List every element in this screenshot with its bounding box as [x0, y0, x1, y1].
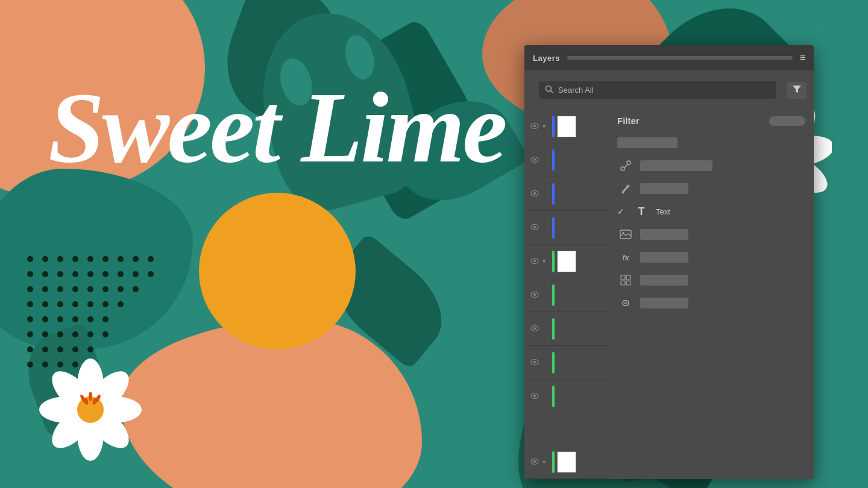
layer-color-bar: [552, 284, 555, 306]
svg-point-41: [57, 331, 63, 337]
filter-text-label: Text: [656, 207, 670, 216]
eye-icon[interactable]: [529, 457, 540, 466]
svg-rect-113: [620, 230, 631, 239]
chevron-icon[interactable]: ▾: [542, 458, 550, 465]
main-title: Sweet Lime: [48, 84, 505, 170]
layer-row[interactable]: ▾: [524, 445, 609, 479]
svg-point-16: [133, 271, 139, 277]
filter-header: Filter: [617, 116, 805, 126]
layers-panel: Layers ≡ Search All: [524, 45, 814, 479]
eye-icon[interactable]: [529, 290, 540, 299]
svg-point-93: [533, 158, 536, 161]
layer-row[interactable]: [524, 211, 609, 245]
chevron-icon[interactable]: ▾: [542, 258, 550, 264]
svg-point-34: [42, 316, 48, 322]
path-icon: [617, 157, 634, 174]
layer-thumbnail: [557, 451, 576, 473]
adjustment-icon: [617, 272, 634, 289]
bottom-layer-row: ▾: [524, 445, 609, 479]
layer-thumbnail: [557, 116, 576, 137]
svg-point-45: [27, 346, 33, 352]
filter-row-shape[interactable]: [617, 132, 805, 154]
filter-row-effects[interactable]: fx: [617, 246, 805, 268]
svg-point-49: [87, 346, 93, 352]
effects-icon: fx: [617, 249, 634, 266]
filter-row-text[interactable]: ✓ T Text: [617, 201, 805, 222]
svg-point-17: [148, 271, 154, 277]
svg-point-44: [102, 331, 108, 337]
eye-icon[interactable]: [529, 392, 540, 401]
filter-row-adjustment[interactable]: [617, 269, 805, 291]
layer-row[interactable]: [524, 380, 609, 413]
svg-rect-116: [626, 275, 631, 280]
search-bar[interactable]: Search All: [539, 81, 776, 99]
svg-point-0: [27, 256, 33, 262]
svg-point-19: [42, 286, 48, 292]
layer-row[interactable]: [524, 312, 609, 346]
svg-point-24: [118, 286, 124, 292]
header-drag-handle[interactable]: [567, 56, 793, 60]
svg-point-43: [87, 331, 93, 337]
svg-point-26: [27, 301, 33, 307]
svg-point-30: [87, 301, 93, 307]
filter-row-linked[interactable]: [617, 292, 805, 314]
eye-icon[interactable]: [529, 358, 540, 367]
eye-icon[interactable]: [529, 324, 540, 333]
eye-icon[interactable]: [529, 223, 540, 232]
svg-point-32: [118, 301, 124, 307]
svg-point-15: [118, 271, 124, 277]
filter-button[interactable]: [787, 82, 807, 99]
layer-row[interactable]: ▾: [524, 110, 609, 143]
svg-point-28: [57, 301, 63, 307]
eye-icon[interactable]: [529, 257, 540, 266]
svg-point-101: [533, 293, 536, 296]
layer-row[interactable]: [524, 143, 609, 177]
svg-point-36: [72, 316, 78, 322]
layer-row[interactable]: ▾: [524, 245, 609, 278]
svg-point-12: [72, 271, 78, 277]
svg-point-23: [102, 286, 108, 292]
layer-thumbnail: [557, 251, 576, 272]
svg-point-38: [102, 316, 108, 322]
svg-point-25: [133, 286, 139, 292]
layer-row[interactable]: [524, 278, 609, 312]
search-input[interactable]: Search All: [558, 86, 770, 95]
chevron-icon[interactable]: ▾: [542, 123, 550, 130]
svg-point-4: [87, 256, 93, 262]
layer-color-bar: [552, 217, 555, 239]
svg-point-111: [627, 161, 631, 164]
filter-bar-linked: [640, 298, 688, 308]
image-icon: [617, 226, 634, 243]
svg-point-7: [133, 256, 139, 262]
eye-icon[interactable]: [529, 122, 540, 131]
filter-bar-fill: [640, 183, 688, 194]
eye-icon[interactable]: [529, 155, 540, 164]
filter-row-path[interactable]: [617, 155, 805, 177]
svg-point-3: [72, 256, 78, 262]
layer-row[interactable]: [524, 177, 609, 211]
search-icon: [545, 85, 553, 95]
svg-point-97: [533, 226, 536, 228]
layer-color-bar: [552, 318, 555, 340]
filter-bar-image: [640, 229, 688, 240]
eye-icon[interactable]: [529, 189, 540, 198]
svg-point-47: [57, 346, 63, 352]
layer-row[interactable]: [524, 346, 609, 380]
filter-bar-effects: [640, 252, 688, 263]
svg-point-107: [533, 395, 536, 397]
svg-point-63: [89, 392, 92, 401]
filter-bar-path: [640, 160, 712, 171]
filter-panel: Filter: [609, 110, 814, 479]
filter-row-image[interactable]: [617, 224, 805, 245]
svg-point-9: [27, 271, 33, 277]
svg-rect-118: [626, 281, 631, 285]
layer-color-bar: [552, 451, 555, 473]
layers-menu-icon[interactable]: ≡: [800, 52, 805, 63]
svg-point-29: [72, 301, 78, 307]
filter-toggle[interactable]: [769, 116, 805, 126]
svg-point-14: [102, 271, 108, 277]
filter-row-fill[interactable]: [617, 178, 805, 199]
svg-point-46: [42, 346, 48, 352]
svg-point-35: [57, 316, 63, 322]
filter-title: Filter: [617, 116, 640, 126]
